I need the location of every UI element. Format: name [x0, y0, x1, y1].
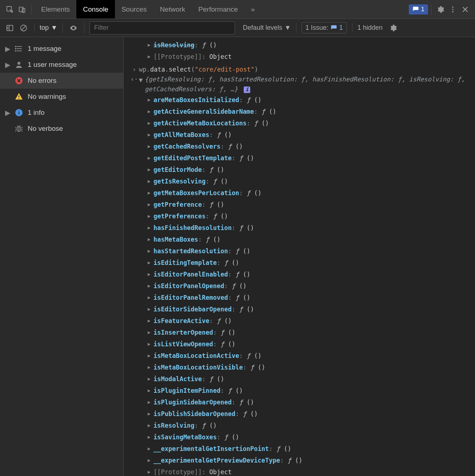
expand-icon: ▶	[148, 199, 153, 210]
object-property-row[interactable]: ▶isEditorPanelOpened: ƒ ()	[124, 280, 475, 292]
property-name: getActiveMetaBoxLocations	[153, 117, 247, 129]
code-token: wp	[139, 66, 146, 73]
object-property-row[interactable]: ▶ [[Prototype]]: Object	[124, 466, 475, 476]
filter-input[interactable]	[89, 21, 235, 35]
object-property-row[interactable]: ▶isEditorSidebarOpened: ƒ ()	[124, 303, 475, 315]
object-property-row[interactable]: ▶getActiveGeneralSidebarName: ƒ ()	[124, 106, 475, 117]
property-value: ƒ	[217, 129, 220, 141]
chevron-down-icon: ▼	[284, 24, 291, 32]
object-property-row[interactable]: ▶areMetaBoxesInitialized: ƒ ()	[124, 94, 475, 106]
object-property-row[interactable]: ▶isEditorPanelRemoved: ƒ ()	[124, 292, 475, 303]
object-property-row[interactable]: ▶getEditedPostTemplate: ƒ ()	[124, 152, 475, 164]
tab-overflow[interactable]: »	[244, 0, 262, 19]
object-property-row[interactable]: ▶isEditorPanelEnabled: ƒ ()	[124, 269, 475, 280]
expand-icon: ▶	[148, 327, 153, 338]
sidebar-item-errors[interactable]: No errors	[0, 73, 123, 89]
object-property-row[interactable]: ▶getPreference: ƒ ()	[124, 199, 475, 210]
property-value: ƒ	[224, 431, 228, 443]
issues-label: 1 Issue:	[306, 24, 328, 32]
property-value: ƒ	[262, 106, 265, 117]
object-property-row[interactable]: ▶getAllMetaBoxes: ƒ ()	[124, 129, 475, 141]
object-property-row[interactable]: ▶isFeatureActive: ƒ ()	[124, 315, 475, 327]
expand-icon: ▶	[148, 420, 153, 431]
object-property-row[interactable]: ▶hasStartedResolution: ƒ ()	[124, 245, 475, 257]
object-property-row[interactable]: ▶isPluginItemPinned: ƒ ()	[124, 385, 475, 396]
live-expression-icon[interactable]	[68, 23, 79, 33]
object-property-row[interactable]: ▶ [[Prototype]]: Object	[124, 51, 475, 62]
object-property-row[interactable]: ▶hasFinishedResolution: ƒ ()	[124, 222, 475, 234]
clear-console-icon[interactable]	[18, 23, 29, 33]
sidebar-item-user-messages[interactable]: ▶ 1 user message	[0, 57, 123, 73]
sidebar-item-warnings[interactable]: No warnings	[0, 89, 123, 105]
panel-tabs: Elements Console Sources Network Perform…	[35, 0, 262, 19]
property-name: isPublishSidebarOpened	[153, 408, 235, 420]
object-property-row[interactable]: ▶isMetaBoxLocationActive: ƒ ()	[124, 350, 475, 362]
bug-icon	[15, 124, 23, 133]
expand-icon: ▶	[5, 45, 10, 53]
tab-elements[interactable]: Elements	[35, 0, 76, 19]
svg-point-4	[452, 9, 454, 10]
close-icon[interactable]	[459, 3, 471, 16]
object-property-row[interactable]: ▶isPublishSidebarOpened: ƒ ()	[124, 408, 475, 420]
expand-icon: ▶	[148, 222, 153, 234]
expand-icon: ▶	[5, 61, 10, 69]
sidebar-item-verbose[interactable]: No verbose	[0, 121, 123, 137]
settings-icon[interactable]	[434, 3, 447, 16]
object-property-row[interactable]: ▶getActiveMetaBoxLocations: ƒ ()	[124, 117, 475, 129]
property-value: ƒ	[254, 117, 258, 129]
object-property-row[interactable]: ▶getCachedResolvers: ƒ ()	[124, 141, 475, 152]
expand-icon: ▶	[148, 245, 153, 257]
sidebar-toggle-icon[interactable]	[4, 23, 15, 33]
object-property-row[interactable]: ▶isMetaBoxLocationVisible: ƒ ()	[124, 362, 475, 373]
issues-button[interactable]: 1 Issue: 1	[302, 22, 347, 33]
object-property-row[interactable]: ▶__experimentalGetInsertionPoint: ƒ ()	[124, 443, 475, 455]
property-name: __experimentalGetPreviewDeviceType	[153, 455, 280, 466]
object-property-row[interactable]: ▶__experimentalGetPreviewDeviceType: ƒ (…	[124, 455, 475, 466]
console-input-row[interactable]: › wp.data.select("core/edit-post")	[124, 65, 475, 74]
object-property-row[interactable]: ▶isModalActive: ƒ ()	[124, 373, 475, 385]
object-property-row[interactable]: ▶isListViewOpened: ƒ ()	[124, 338, 475, 350]
object-property-row[interactable]: ▶getMetaBoxesPerLocation: ƒ ()	[124, 187, 475, 199]
tab-sources[interactable]: Sources	[115, 0, 153, 19]
user-icon	[15, 60, 23, 69]
divider	[296, 23, 296, 33]
inspect-icon[interactable]	[4, 3, 16, 16]
object-property-row[interactable]: ▶isResolving: ƒ ()	[124, 420, 475, 431]
sidebar-item-messages[interactable]: ▶ 1 message	[0, 41, 123, 57]
expand-icon: ▶	[148, 164, 153, 176]
sidebar-item-label: No errors	[28, 77, 56, 85]
tab-network[interactable]: Network	[153, 0, 192, 19]
info-badge-icon[interactable]: i	[244, 86, 250, 93]
tab-performance[interactable]: Performance	[192, 0, 244, 19]
object-property-row[interactable]: ▶getPreferences: ƒ ()	[124, 210, 475, 222]
console-result-row[interactable]: ‹· ▼ {getIsResolving: ƒ, hasStartedResol…	[124, 74, 475, 94]
object-property-row[interactable]: ▶ isResolving: ƒ ()	[124, 39, 475, 51]
object-property-row[interactable]: ▶isPluginSidebarOpened: ƒ ()	[124, 396, 475, 408]
property-value: ƒ	[239, 396, 243, 408]
property-name: isEditorSidebarOpened	[153, 303, 232, 315]
object-property-row[interactable]: ▶getIsResolving: ƒ ()	[124, 176, 475, 187]
object-property-row[interactable]: ▶hasMetaBoxes: ƒ ()	[124, 234, 475, 245]
hidden-count[interactable]: 1 hidden	[358, 24, 383, 32]
property-value: ƒ	[239, 303, 243, 315]
expand-icon: ▶	[148, 39, 153, 51]
object-property-row[interactable]: ▶getEditorMode: ƒ ()	[124, 164, 475, 176]
property-value: ƒ	[213, 210, 217, 222]
issues-badge[interactable]: 1	[409, 4, 428, 15]
object-property-row[interactable]: ▶isInserterOpened: ƒ ()	[124, 327, 475, 338]
object-property-row[interactable]: ▶isEditingTemplate: ƒ ()	[124, 257, 475, 269]
property-name: isListViewOpened	[153, 338, 213, 350]
object-property-row[interactable]: ▶isSavingMetaBoxes: ƒ ()	[124, 431, 475, 443]
context-selector[interactable]: top ▼	[40, 24, 57, 32]
property-value: ƒ	[224, 257, 228, 269]
property-value: ƒ	[202, 420, 205, 431]
tab-console[interactable]: Console	[76, 0, 115, 19]
console-settings-icon[interactable]	[388, 23, 399, 33]
log-levels-selector[interactable]: Default levels ▼	[243, 24, 291, 32]
sidebar-item-info[interactable]: ▶ 1 info	[0, 105, 123, 121]
property-name: isResolving	[153, 420, 195, 431]
expand-icon: ▶	[148, 234, 153, 245]
device-toggle-icon[interactable]	[16, 3, 28, 16]
expand-icon[interactable]: ▼	[139, 74, 145, 85]
more-icon[interactable]	[447, 3, 459, 16]
